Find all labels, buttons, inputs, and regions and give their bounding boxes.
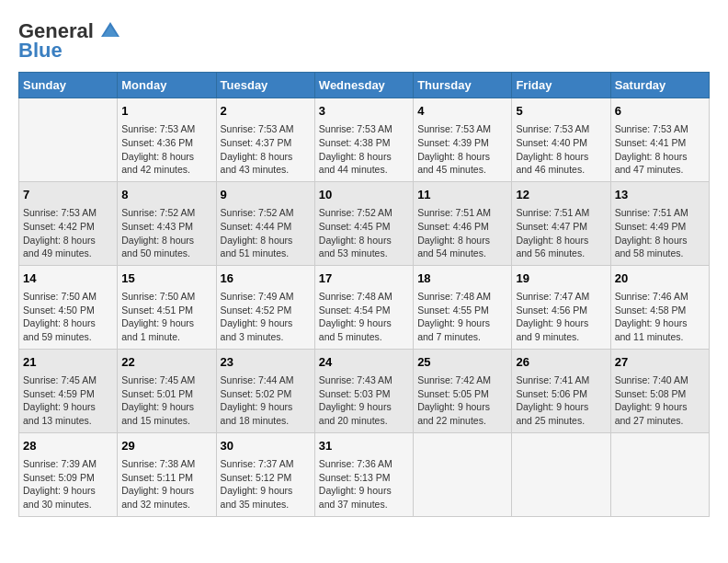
calendar-cell: 27Sunrise: 7:40 AMSunset: 5:08 PMDayligh… bbox=[610, 349, 709, 432]
day-info: Sunrise: 7:40 AMSunset: 5:08 PMDaylight:… bbox=[615, 373, 705, 428]
day-number: 15 bbox=[121, 270, 211, 287]
day-info: Sunrise: 7:45 AMSunset: 5:01 PMDaylight:… bbox=[121, 373, 211, 428]
day-info: Sunrise: 7:46 AMSunset: 4:58 PMDaylight:… bbox=[615, 290, 705, 344]
weekday-header: Friday bbox=[512, 73, 610, 98]
calendar-cell: 10Sunrise: 7:52 AMSunset: 4:45 PMDayligh… bbox=[314, 181, 413, 265]
calendar-cell: 9Sunrise: 7:52 AMSunset: 4:44 PMDaylight… bbox=[216, 181, 314, 265]
day-number: 22 bbox=[121, 354, 211, 371]
calendar-cell: 20Sunrise: 7:46 AMSunset: 4:58 PMDayligh… bbox=[610, 265, 709, 349]
day-number: 27 bbox=[615, 354, 705, 371]
day-number: 9 bbox=[221, 187, 311, 203]
day-info: Sunrise: 7:49 AMSunset: 4:52 PMDaylight:… bbox=[221, 290, 311, 344]
calendar-cell: 31Sunrise: 7:36 AMSunset: 5:13 PMDayligh… bbox=[314, 432, 413, 516]
day-info: Sunrise: 7:39 AMSunset: 5:09 PMDaylight:… bbox=[23, 457, 113, 511]
calendar-cell: 26Sunrise: 7:41 AMSunset: 5:06 PMDayligh… bbox=[512, 349, 610, 432]
calendar-week-row: 7Sunrise: 7:53 AMSunset: 4:42 PMDaylight… bbox=[19, 181, 710, 265]
day-number: 24 bbox=[319, 354, 409, 371]
calendar-cell: 29Sunrise: 7:38 AMSunset: 5:11 PMDayligh… bbox=[118, 432, 216, 516]
day-number: 26 bbox=[516, 354, 606, 371]
day-info: Sunrise: 7:51 AMSunset: 4:46 PMDaylight:… bbox=[417, 206, 507, 260]
day-number: 3 bbox=[319, 103, 409, 120]
calendar-cell bbox=[610, 432, 709, 516]
day-info: Sunrise: 7:41 AMSunset: 5:06 PMDaylight:… bbox=[516, 373, 606, 428]
day-info: Sunrise: 7:37 AMSunset: 5:12 PMDaylight:… bbox=[221, 457, 311, 511]
calendar-cell: 5Sunrise: 7:53 AMSunset: 4:40 PMDaylight… bbox=[512, 98, 610, 182]
day-info: Sunrise: 7:45 AMSunset: 4:59 PMDaylight:… bbox=[23, 373, 113, 428]
calendar-cell: 7Sunrise: 7:53 AMSunset: 4:42 PMDaylight… bbox=[19, 181, 118, 265]
logo-icon bbox=[97, 18, 123, 44]
calendar-cell: 12Sunrise: 7:51 AMSunset: 4:47 PMDayligh… bbox=[512, 181, 610, 265]
calendar-week-row: 1Sunrise: 7:53 AMSunset: 4:36 PMDaylight… bbox=[19, 98, 710, 182]
calendar-cell: 16Sunrise: 7:49 AMSunset: 4:52 PMDayligh… bbox=[216, 265, 314, 349]
day-info: Sunrise: 7:53 AMSunset: 4:40 PMDaylight:… bbox=[516, 122, 606, 177]
weekday-header: Sunday bbox=[19, 73, 118, 98]
day-info: Sunrise: 7:44 AMSunset: 5:02 PMDaylight:… bbox=[221, 373, 311, 428]
day-number: 20 bbox=[615, 270, 705, 287]
weekday-header: Thursday bbox=[414, 73, 512, 98]
calendar-week-row: 21Sunrise: 7:45 AMSunset: 4:59 PMDayligh… bbox=[19, 349, 710, 432]
day-info: Sunrise: 7:38 AMSunset: 5:11 PMDaylight:… bbox=[121, 457, 211, 511]
calendar-cell: 6Sunrise: 7:53 AMSunset: 4:41 PMDaylight… bbox=[610, 98, 709, 182]
calendar-cell bbox=[512, 432, 610, 516]
weekday-header: Saturday bbox=[610, 73, 709, 98]
day-info: Sunrise: 7:52 AMSunset: 4:45 PMDaylight:… bbox=[319, 206, 409, 260]
calendar-cell: 2Sunrise: 7:53 AMSunset: 4:37 PMDaylight… bbox=[216, 98, 314, 182]
calendar-cell bbox=[19, 98, 118, 182]
weekday-header: Monday bbox=[118, 73, 216, 98]
logo: General Blue bbox=[18, 18, 123, 63]
day-info: Sunrise: 7:53 AMSunset: 4:36 PMDaylight:… bbox=[121, 122, 211, 177]
day-info: Sunrise: 7:51 AMSunset: 4:47 PMDaylight:… bbox=[516, 206, 606, 260]
calendar-week-row: 28Sunrise: 7:39 AMSunset: 5:09 PMDayligh… bbox=[19, 432, 710, 516]
day-info: Sunrise: 7:48 AMSunset: 4:54 PMDaylight:… bbox=[319, 290, 409, 344]
day-info: Sunrise: 7:53 AMSunset: 4:41 PMDaylight:… bbox=[615, 122, 705, 177]
calendar-cell: 11Sunrise: 7:51 AMSunset: 4:46 PMDayligh… bbox=[414, 181, 512, 265]
day-number: 12 bbox=[516, 187, 606, 203]
calendar-cell: 4Sunrise: 7:53 AMSunset: 4:39 PMDaylight… bbox=[414, 98, 512, 182]
day-number: 13 bbox=[615, 187, 705, 203]
weekday-header: Wednesday bbox=[314, 73, 413, 98]
day-number: 31 bbox=[319, 438, 409, 454]
day-info: Sunrise: 7:50 AMSunset: 4:50 PMDaylight:… bbox=[23, 290, 113, 344]
calendar-cell: 3Sunrise: 7:53 AMSunset: 4:38 PMDaylight… bbox=[314, 98, 413, 182]
day-number: 29 bbox=[121, 438, 211, 454]
calendar-cell: 21Sunrise: 7:45 AMSunset: 4:59 PMDayligh… bbox=[19, 349, 118, 432]
page-header: General Blue bbox=[18, 18, 710, 63]
day-info: Sunrise: 7:53 AMSunset: 4:38 PMDaylight:… bbox=[319, 122, 409, 177]
day-number: 28 bbox=[23, 438, 113, 454]
day-number: 21 bbox=[23, 354, 113, 371]
calendar-cell: 1Sunrise: 7:53 AMSunset: 4:36 PMDaylight… bbox=[118, 98, 216, 182]
day-info: Sunrise: 7:53 AMSunset: 4:42 PMDaylight:… bbox=[23, 206, 113, 260]
calendar-cell bbox=[414, 432, 512, 516]
calendar-cell: 8Sunrise: 7:52 AMSunset: 4:43 PMDaylight… bbox=[118, 181, 216, 265]
calendar-cell: 18Sunrise: 7:48 AMSunset: 4:55 PMDayligh… bbox=[414, 265, 512, 349]
day-number: 5 bbox=[516, 103, 606, 120]
calendar-cell: 23Sunrise: 7:44 AMSunset: 5:02 PMDayligh… bbox=[216, 349, 314, 432]
calendar-cell: 19Sunrise: 7:47 AMSunset: 4:56 PMDayligh… bbox=[512, 265, 610, 349]
day-number: 2 bbox=[221, 103, 311, 120]
day-number: 1 bbox=[121, 103, 211, 120]
calendar-cell: 14Sunrise: 7:50 AMSunset: 4:50 PMDayligh… bbox=[19, 265, 118, 349]
day-info: Sunrise: 7:52 AMSunset: 4:44 PMDaylight:… bbox=[221, 206, 311, 260]
day-number: 18 bbox=[417, 270, 507, 287]
day-info: Sunrise: 7:47 AMSunset: 4:56 PMDaylight:… bbox=[516, 290, 606, 344]
day-number: 10 bbox=[319, 187, 409, 203]
day-info: Sunrise: 7:43 AMSunset: 5:03 PMDaylight:… bbox=[319, 373, 409, 428]
calendar-cell: 24Sunrise: 7:43 AMSunset: 5:03 PMDayligh… bbox=[314, 349, 413, 432]
day-number: 8 bbox=[121, 187, 211, 203]
day-info: Sunrise: 7:52 AMSunset: 4:43 PMDaylight:… bbox=[121, 206, 211, 260]
day-info: Sunrise: 7:53 AMSunset: 4:39 PMDaylight:… bbox=[417, 122, 507, 177]
calendar-cell: 13Sunrise: 7:51 AMSunset: 4:49 PMDayligh… bbox=[610, 181, 709, 265]
calendar-cell: 15Sunrise: 7:50 AMSunset: 4:51 PMDayligh… bbox=[118, 265, 216, 349]
day-number: 23 bbox=[221, 354, 311, 371]
day-number: 6 bbox=[615, 103, 705, 120]
day-number: 30 bbox=[221, 438, 311, 454]
day-number: 25 bbox=[417, 354, 507, 371]
calendar-cell: 17Sunrise: 7:48 AMSunset: 4:54 PMDayligh… bbox=[314, 265, 413, 349]
calendar-cell: 25Sunrise: 7:42 AMSunset: 5:05 PMDayligh… bbox=[414, 349, 512, 432]
calendar-cell: 22Sunrise: 7:45 AMSunset: 5:01 PMDayligh… bbox=[118, 349, 216, 432]
day-info: Sunrise: 7:53 AMSunset: 4:37 PMDaylight:… bbox=[221, 122, 311, 177]
day-number: 14 bbox=[23, 270, 113, 287]
day-number: 17 bbox=[319, 270, 409, 287]
day-info: Sunrise: 7:48 AMSunset: 4:55 PMDaylight:… bbox=[417, 290, 507, 344]
weekday-header: Tuesday bbox=[216, 73, 314, 98]
